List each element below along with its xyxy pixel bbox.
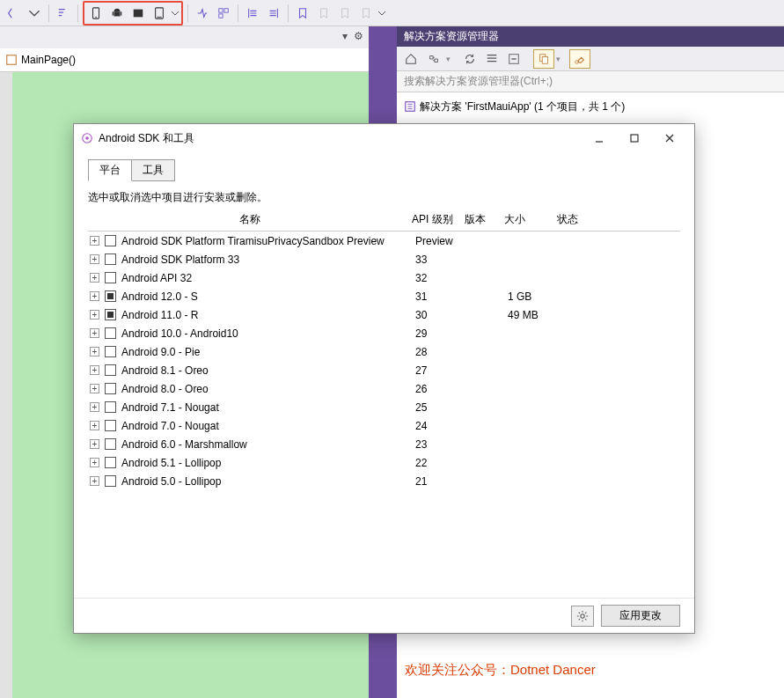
show-all-files-icon[interactable]: [533, 49, 554, 69]
checkbox[interactable]: [105, 253, 116, 265]
expand-icon[interactable]: +: [90, 310, 99, 320]
expand-icon[interactable]: +: [90, 458, 99, 467]
expand-icon[interactable]: +: [90, 347, 99, 356]
sort-icon[interactable]: [54, 4, 73, 23]
bookmark-icon[interactable]: [293, 4, 312, 23]
expand-icon[interactable]: +: [90, 273, 99, 283]
bookmark-prev-icon[interactable]: [314, 4, 333, 23]
minimize-button[interactable]: [582, 126, 617, 151]
bookmark-next-icon[interactable]: [335, 4, 355, 23]
emulator-device-icon[interactable]: [86, 4, 106, 23]
settings-gear-button[interactable]: [571, 606, 594, 627]
row-name: Android 10.0 - Android10: [121, 327, 415, 340]
dropdown-arrow-icon[interactable]: [171, 4, 180, 23]
device-toolbar-highlight: [83, 1, 183, 26]
sdk-row[interactable]: +Android 5.1 - Lollipop22: [88, 453, 680, 472]
solution-root[interactable]: 解决方案 'FirstMauiApp' (1 个项目，共 1 个): [404, 98, 777, 115]
svg-rect-10: [219, 13, 223, 17]
checkbox[interactable]: [105, 235, 116, 246]
checkbox[interactable]: [105, 346, 116, 357]
expand-icon[interactable]: +: [90, 476, 99, 486]
nav-back-icon[interactable]: [4, 4, 23, 23]
expand-icon[interactable]: +: [90, 365, 99, 375]
checkbox[interactable]: [105, 475, 116, 487]
row-api: 28: [415, 346, 468, 358]
indent-right-icon[interactable]: [264, 4, 283, 23]
col-version[interactable]: 版本: [465, 212, 504, 227]
expand-icon[interactable]: +: [90, 291, 99, 301]
search-placeholder: 搜索解决方案资源管理器(Ctrl+;): [404, 74, 553, 89]
svg-rect-15: [542, 56, 547, 63]
checkbox[interactable]: [105, 309, 116, 320]
sdk-row[interactable]: +Android SDK Platform 3333: [88, 250, 680, 268]
checkbox[interactable]: [105, 327, 116, 339]
sdk-row[interactable]: +Android 7.1 - Nougat25: [88, 398, 680, 416]
expand-icon[interactable]: +: [90, 328, 99, 338]
tab-tools[interactable]: 工具: [131, 159, 175, 181]
sdk-row[interactable]: +Android 6.0 - Marshmallow23: [88, 435, 680, 453]
class-icon: [5, 54, 18, 66]
tablet-device-icon[interactable]: [150, 4, 169, 23]
dropdown-arrow-icon[interactable]: [25, 4, 44, 23]
col-state[interactable]: 状态: [557, 212, 680, 227]
expand-icon[interactable]: +: [90, 236, 99, 246]
sdk-row[interactable]: +Android 8.1 - Oreo27: [88, 361, 680, 379]
sdk-row[interactable]: +Android API 3232: [88, 268, 680, 287]
sdk-row[interactable]: +Android 9.0 - Pie28: [88, 342, 680, 361]
collapse-all-icon[interactable]: [503, 49, 524, 69]
namespace-icon[interactable]: [193, 4, 212, 23]
checkbox[interactable]: [105, 438, 116, 450]
sdk-row[interactable]: +Android 10.0 - Android1029: [88, 324, 680, 342]
refresh-icon[interactable]: [481, 49, 502, 69]
expand-icon[interactable]: +: [90, 384, 99, 393]
home-icon[interactable]: [400, 49, 421, 69]
checkbox[interactable]: [105, 457, 116, 468]
toolbar-separator: [48, 4, 49, 22]
sync-icon[interactable]: [459, 49, 480, 69]
row-name: Android API 32: [121, 272, 415, 284]
sdk-row[interactable]: +Android 12.0 - S311 GB: [88, 287, 680, 305]
dialog-titlebar[interactable]: Android SDK 和工具: [74, 124, 694, 152]
navigation-bar[interactable]: MainPage(): [0, 48, 369, 72]
properties-icon[interactable]: [569, 49, 590, 69]
col-api[interactable]: API 级别: [412, 212, 465, 227]
tab-settings-icon[interactable]: ⚙: [354, 30, 363, 42]
col-size[interactable]: 大小: [504, 212, 557, 227]
dropdown-arrow-icon[interactable]: [377, 4, 386, 23]
col-name[interactable]: 名称: [88, 212, 412, 227]
toolbar-separator: [238, 4, 238, 22]
sdk-row[interactable]: +Android 5.0 - Lollipop21: [88, 472, 680, 490]
expand-icon[interactable]: +: [90, 439, 99, 449]
bookmark-clear-icon[interactable]: [356, 4, 376, 23]
sdk-row[interactable]: +Android SDK Platform TiramisuPrivacySan…: [88, 231, 680, 250]
checkbox[interactable]: [105, 364, 116, 376]
svg-rect-2: [114, 11, 121, 16]
android-robot-icon[interactable]: [107, 4, 127, 23]
device-log-icon[interactable]: [128, 4, 148, 23]
row-api: 22: [415, 457, 468, 469]
sdk-row[interactable]: +Android 11.0 - R3049 MB: [88, 305, 680, 324]
row-api: 27: [415, 364, 468, 377]
maximize-button[interactable]: [617, 126, 652, 151]
expand-icon[interactable]: +: [90, 421, 99, 430]
switch-view-icon[interactable]: [423, 49, 444, 69]
solution-search[interactable]: 搜索解决方案资源管理器(Ctrl+;): [397, 71, 784, 92]
svg-point-19: [85, 136, 89, 140]
close-button[interactable]: [652, 126, 687, 151]
sdk-row[interactable]: +Android 7.0 - Nougat24: [88, 416, 680, 435]
row-name: Android 9.0 - Pie: [121, 346, 415, 358]
checkbox[interactable]: [105, 272, 116, 283]
sdk-row[interactable]: +Android 8.0 - Oreo26: [88, 379, 680, 398]
apply-button[interactable]: 应用更改: [601, 605, 680, 627]
main-toolbar: [0, 0, 784, 26]
tab-platforms[interactable]: 平台: [88, 159, 132, 181]
checkbox[interactable]: [105, 290, 116, 302]
expand-icon[interactable]: +: [90, 254, 99, 264]
checkbox[interactable]: [105, 401, 116, 413]
category-icon[interactable]: [214, 4, 233, 23]
checkbox[interactable]: [105, 420, 116, 431]
tab-dropdown-icon[interactable]: ▾: [342, 30, 348, 42]
checkbox[interactable]: [105, 383, 116, 394]
expand-icon[interactable]: +: [90, 402, 99, 412]
indent-left-icon[interactable]: [243, 4, 262, 23]
